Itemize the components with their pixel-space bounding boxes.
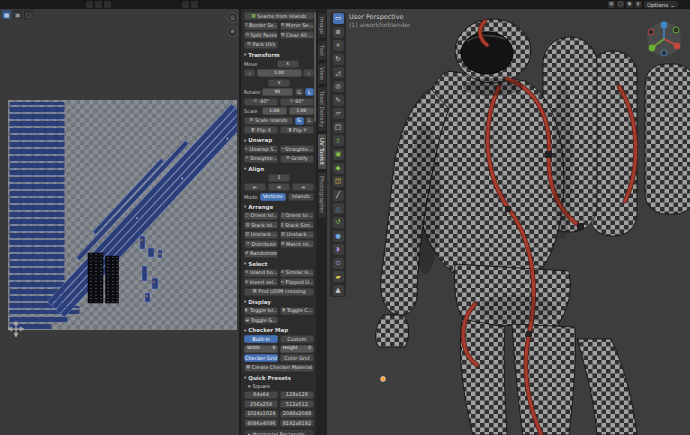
checker-height-field[interactable]: Height 0	[280, 345, 314, 353]
rip-region-icon[interactable]: ▲	[333, 285, 344, 296]
knife-icon[interactable]: ╱	[333, 190, 344, 201]
find-udim-crossing-button[interactable]: ▦ Find UDIM crossing	[244, 288, 314, 296]
move-left-button[interactable]: ‹	[244, 69, 255, 77]
viewport-3d[interactable]: User Perspective (1) aiworkforblender ▭⊕…	[327, 9, 690, 435]
align-right-icon[interactable]: ⇥	[292, 183, 314, 191]
section-header-select[interactable]: ▾ Select	[244, 261, 314, 267]
color-grid-toggle[interactable]: Color Grid	[280, 354, 314, 362]
section-header-transform[interactable]: ▾ Transform	[244, 52, 314, 58]
select-button[interactable]: ⊘Invert sel...	[244, 278, 278, 286]
arrange-button[interactable]: ▥Stack Sim...	[280, 221, 314, 229]
image-browse-icon[interactable]: ▣	[13, 10, 22, 19]
uv-canvas[interactable]	[8, 100, 237, 330]
arrange-button[interactable]: ◲Orient to ...	[280, 212, 314, 220]
preset-size-button[interactable]: 256x256	[244, 400, 278, 408]
header-icon[interactable]	[104, 1, 111, 8]
sidebar-tab[interactable]: Photographer	[317, 171, 326, 218]
align-left-icon[interactable]: ⇤	[244, 183, 266, 191]
arrange-button[interactable]: ▧Unstack ...	[244, 231, 278, 239]
align-mode-vertices[interactable]: Vertices	[260, 193, 287, 201]
face-button[interactable]: ⊟Split Faces	[244, 31, 278, 39]
checker-width-field[interactable]: Width 0	[244, 345, 278, 353]
rotate-icon[interactable]: ↻	[333, 54, 344, 65]
options-dropdown[interactable]: Options ⌄	[644, 1, 678, 8]
smooth-icon[interactable]: ●	[333, 231, 344, 242]
select-button[interactable]: ⇋Flipped U...	[280, 278, 314, 286]
editor-type-icon[interactable]: ▦	[2, 10, 11, 19]
extrude-icon[interactable]: ⇧	[333, 135, 344, 146]
edge-slide-icon[interactable]: ◗	[333, 244, 344, 255]
unwrap-button[interactable]: ≈Unwrap S...	[244, 145, 278, 153]
move-right-button[interactable]: ›	[303, 69, 314, 77]
scale-islands-button[interactable]: ⊞ Scale Islands	[244, 117, 293, 125]
section-header-checker-map[interactable]: ▾ Checker Map	[244, 327, 314, 333]
header-icon[interactable]	[191, 1, 198, 8]
arrange-button[interactable]: ▤Stack Isl...	[244, 221, 278, 229]
sidebar-tab[interactable]: UV Toolkit	[317, 133, 326, 170]
proportional-edit-icon[interactable]: ◎	[227, 12, 238, 23]
loop-cut-icon[interactable]: ◫	[333, 176, 344, 187]
scale-icon[interactable]: ◿	[333, 67, 344, 78]
scale-x-field[interactable]: 1.00	[262, 107, 288, 115]
shading-wireframe-icon[interactable]: ◯	[617, 1, 624, 8]
checker-grid-toggle[interactable]: Checker Grid	[244, 354, 278, 362]
section-header-display[interactable]: ▾ Display	[244, 299, 314, 305]
align-middle-icon[interactable]: ≡	[268, 183, 290, 191]
snap-icon[interactable]: ⊕	[227, 26, 238, 37]
move-down-button[interactable]: ∨	[268, 79, 290, 87]
arrange-button[interactable]: ▨Unstack ...	[280, 231, 314, 239]
rotate-global-toggle[interactable]: G	[295, 88, 304, 96]
rotate-value-field[interactable]: 90	[262, 88, 294, 96]
rotate-local-toggle[interactable]: L	[305, 88, 314, 96]
shrink-fatten-icon[interactable]: ⊙	[333, 258, 344, 269]
flip-y-button[interactable]: ◨ Flip Y	[280, 126, 314, 134]
sidebar-tab[interactable]: Tool	[317, 40, 326, 61]
scale-y-field[interactable]: 1.00	[289, 107, 315, 115]
preset-size-button[interactable]: 128x128	[280, 391, 314, 399]
checker-builtin-toggle[interactable]: Built-in	[244, 335, 278, 343]
unwrap-button[interactable]: ═Straighte...	[280, 145, 314, 153]
display-button[interactable]: ◐Toggle Isl...	[244, 307, 278, 315]
move-up-button[interactable]: ∧	[277, 60, 299, 68]
rotate-cw-button[interactable]: ↻ 90°	[280, 98, 314, 106]
arrange-button[interactable]: ⇄Randomize	[244, 250, 278, 258]
new-image-icon[interactable]: ▢	[24, 10, 33, 19]
section-header-arrange[interactable]: ▾ Arrange	[244, 204, 314, 210]
section-header-align[interactable]: ▾ Align	[244, 166, 314, 172]
select-button[interactable]: ⊛Similar Is...	[280, 269, 314, 277]
uv-2d-gizmo[interactable]	[8, 321, 24, 341]
navigation-gizmo[interactable]	[644, 19, 684, 63]
move-value-field[interactable]: 1.00	[257, 69, 302, 77]
sidebar-tab[interactable]: Image	[317, 12, 326, 39]
bevel-icon[interactable]: ◆	[333, 163, 344, 174]
scale-global-toggle[interactable]: G	[295, 117, 304, 125]
arrange-button[interactable]: ≡Distribute	[244, 240, 278, 248]
preset-size-button[interactable]: 1024x1024	[244, 410, 278, 418]
header-icon[interactable]	[95, 1, 102, 8]
preset-size-button[interactable]: 4096x4096	[244, 419, 278, 427]
measure-icon[interactable]: ▱	[333, 108, 344, 119]
move-icon[interactable]: +	[333, 40, 344, 51]
rotate-ccw-button[interactable]: ↺ -90°	[244, 98, 278, 106]
unwrap-button[interactable]: ⊞Gridify	[280, 155, 314, 163]
section-header-unwrap[interactable]: ▾ Unwrap	[244, 137, 314, 143]
sidebar-tab[interactable]: Texel Density	[317, 86, 326, 132]
preset-size-button[interactable]: 512x512	[280, 400, 314, 408]
spin-icon[interactable]: ↺	[333, 217, 344, 228]
shading-solid-icon[interactable]: ●	[626, 1, 633, 8]
cursor-icon[interactable]: ⊕	[333, 27, 344, 38]
shear-icon[interactable]: ▰	[333, 271, 344, 282]
add-cube-icon[interactable]: □	[333, 122, 344, 133]
seam-button[interactable]: ⊞Mirror Se...	[280, 22, 314, 30]
arrange-button[interactable]: ◳Orient Isl...	[244, 212, 278, 220]
seams-from-islands-button[interactable]: ▩ Seams from Islands	[244, 12, 314, 20]
shading-material-icon[interactable]: ◐	[635, 1, 642, 8]
align-top-button[interactable]: ↥	[268, 174, 290, 182]
arrange-button[interactable]: ⊞Match Isl...	[280, 240, 314, 248]
inset-faces-icon[interactable]: ▣	[333, 149, 344, 160]
display-button[interactable]: ◒Toggle G...	[244, 316, 278, 324]
preset-size-button[interactable]: 8192x8192	[280, 419, 314, 427]
display-button[interactable]: ◑Toggle C...	[280, 307, 314, 315]
square-subsection-header[interactable]: ▾ Square	[248, 383, 314, 389]
header-icon[interactable]	[182, 1, 189, 8]
